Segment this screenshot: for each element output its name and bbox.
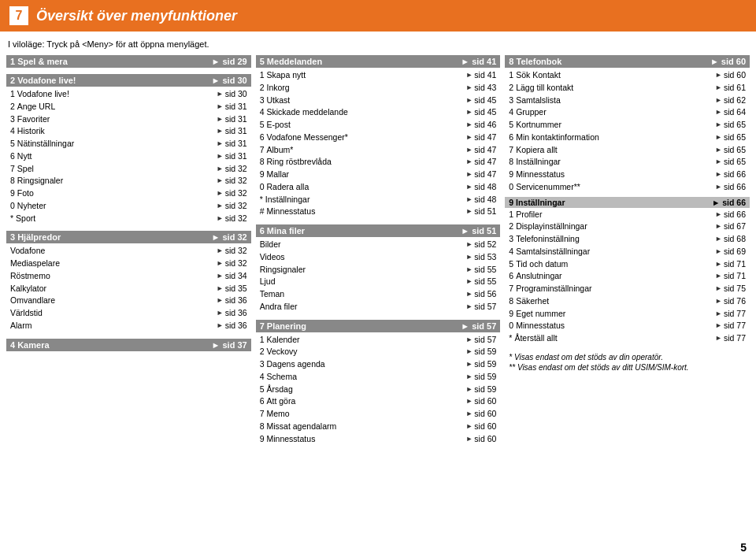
list-item: 5Årsdag ►sid 59	[256, 384, 501, 396]
arrow-icon: ►	[217, 213, 224, 224]
planering-arrow: ►	[461, 321, 469, 331]
section-telefonbok-title: 8 Telefonbok	[509, 57, 561, 66]
arrow-icon: ►	[217, 188, 224, 199]
list-item: 3Favoriter ►sid 31	[6, 113, 251, 126]
arrow-icon: ►	[465, 421, 472, 432]
list-item: 5E-post ►sid 46	[256, 119, 501, 132]
arrow-icon: ►	[465, 265, 472, 276]
list-item: Omvandlare ►sid 36	[6, 295, 251, 307]
section-spel-page: ► sid 29	[212, 57, 247, 66]
kamera-arrow: ►	[212, 340, 220, 350]
arrow-icon: ►	[217, 321, 224, 332]
arrow-icon: ►	[465, 396, 472, 407]
header-bar: 7 Översikt över menyfunktioner	[0, 0, 756, 32]
left-column: 1 Spel & mera ► sid 29 2 Vodafone live! …	[6, 55, 251, 445]
list-item: 0Servicenummer** ►sid 66	[505, 181, 750, 194]
hjalppredor-arrow: ►	[212, 232, 220, 242]
telefonbok-arrow: ►	[710, 57, 719, 66]
list-item: 8Ringsignaler ►sid 32	[6, 175, 251, 187]
list-item: *Återställ allt ►sid 77	[505, 332, 750, 345]
list-item: 9Minnesstatus ►sid 66	[505, 169, 750, 181]
arrow-icon: ►	[465, 206, 472, 217]
list-item: 9Eget nummer ►sid 77	[505, 308, 750, 321]
arrow-icon: ►	[217, 246, 224, 257]
list-item: 9Foto ►sid 32	[6, 187, 251, 200]
notes-section: * Visas endast om det stöds av din opera…	[505, 353, 750, 372]
list-item: 1Vodafone live! ►sid 30	[6, 88, 251, 101]
arrow-icon: ►	[465, 409, 472, 420]
list-item: Andra filer ►sid 57	[256, 301, 501, 313]
arrow-icon: ►	[465, 252, 472, 263]
list-item: 3Dagens agenda ►sid 59	[256, 358, 501, 371]
arrow-icon: ►	[465, 289, 472, 300]
arrow-icon: ►	[465, 372, 472, 383]
section-spel-title: 1 Spel & mera	[10, 57, 68, 66]
list-item: 1Sök Kontakt ►sid 60	[505, 69, 750, 82]
list-item: 3Samtalslista ►sid 62	[505, 95, 750, 107]
section-meddelanden-page: ► sid 41	[461, 57, 496, 66]
arrow-icon: ►	[217, 176, 224, 187]
arrow-icon: ►	[465, 182, 472, 193]
list-item: 2Lägg till kontakt ►sid 61	[505, 82, 750, 95]
arrow-icon: ►	[715, 83, 722, 94]
arrow-icon: ►	[715, 284, 722, 295]
list-item: 6Att göra ►sid 60	[256, 395, 501, 408]
arrow-icon: ►	[217, 89, 224, 100]
list-item: 6Min kontaktinformation ►sid 65	[505, 132, 750, 144]
arrow-icon: ►	[715, 247, 722, 258]
list-item: 5Kortnummer ►sid 65	[505, 119, 750, 132]
section-meddelanden-title: 5 Meddelanden	[260, 57, 322, 66]
note-2: ** Visas endast om det stöds av ditt USI…	[509, 363, 746, 372]
list-item: 2Inkorg ►sid 43	[256, 82, 501, 95]
list-item: 9Mallar ►sid 47	[256, 169, 501, 181]
list-item: *Sport ►sid 32	[6, 213, 251, 225]
arrow-icon: ►	[715, 182, 722, 193]
section-spel-header: 1 Spel & mera ► sid 29	[6, 55, 251, 68]
list-item: 6Vodafone Messenger* ►sid 47	[256, 132, 501, 144]
list-item: 0Radera alla ►sid 48	[256, 181, 501, 194]
list-item: 4Grupper ►sid 64	[505, 106, 750, 119]
list-item: #Minnesstatus ►sid 51	[256, 206, 501, 218]
list-item: 7Kopiera allt ►sid 65	[505, 144, 750, 157]
arrow-icon: ►	[715, 107, 722, 118]
list-item: 6Nytt ►sid 31	[6, 150, 251, 163]
list-item: 4Schema ►sid 59	[256, 371, 501, 384]
arrow-icon: ►	[217, 271, 224, 282]
list-item: Mediaspelare ►sid 32	[6, 258, 251, 270]
arrow-icon: ►	[217, 164, 224, 175]
section-installningar-header: 9 Inställningar ► sid 66	[505, 197, 750, 208]
arrow-icon: ►	[465, 347, 472, 358]
list-item: 1Kalender ►sid 57	[256, 334, 501, 347]
list-item: Ringsignaler ►sid 55	[256, 264, 501, 276]
arrow-icon: ►	[465, 239, 472, 250]
arrow-icon: ►	[217, 102, 224, 113]
section-mina-filer-header: 6 Mina filer ► sid 51	[256, 224, 501, 237]
arrow-icon: ►	[715, 70, 722, 81]
arrow-icon: ►	[465, 70, 472, 81]
section-hjalppredor-page: ► sid 32	[212, 232, 247, 242]
page-number: 5	[740, 541, 747, 554]
list-item: 1Profiler ►sid 66	[505, 209, 750, 221]
section-installningar-title: 9 Inställningar	[509, 198, 565, 207]
section-kamera-header: 4 Kamera ► sid 37	[6, 339, 251, 351]
section-vodafone-page: ► sid 30	[212, 76, 247, 85]
arrow-icon: ►	[465, 120, 472, 131]
list-item: Alarm ►sid 36	[6, 320, 251, 332]
arrow-icon: ►	[217, 114, 224, 125]
installningar-arrow: ►	[712, 198, 720, 207]
list-item: Röstmemo ►sid 34	[6, 270, 251, 283]
middle-column: 5 Meddelanden ► sid 41 1Skapa nytt ►sid …	[256, 55, 501, 445]
arrow-icon: ►	[465, 276, 472, 287]
arrow-icon: ►	[217, 284, 224, 295]
arrow-icon: ►	[217, 258, 224, 269]
list-item: Ljud ►sid 55	[256, 276, 501, 288]
arrow-icon: ►	[465, 83, 472, 94]
arrow-icon: ►	[465, 169, 472, 180]
section-installningar-page: ► sid 66	[712, 198, 746, 207]
section-mina-filer-title: 6 Mina filer	[260, 226, 305, 235]
arrow-icon: ►	[217, 295, 224, 306]
section-planering-page: ► sid 57	[461, 321, 496, 331]
arrow-icon: ►	[465, 195, 472, 206]
arrow-icon: ►	[715, 157, 722, 168]
arrow-icon: ►	[715, 169, 722, 180]
